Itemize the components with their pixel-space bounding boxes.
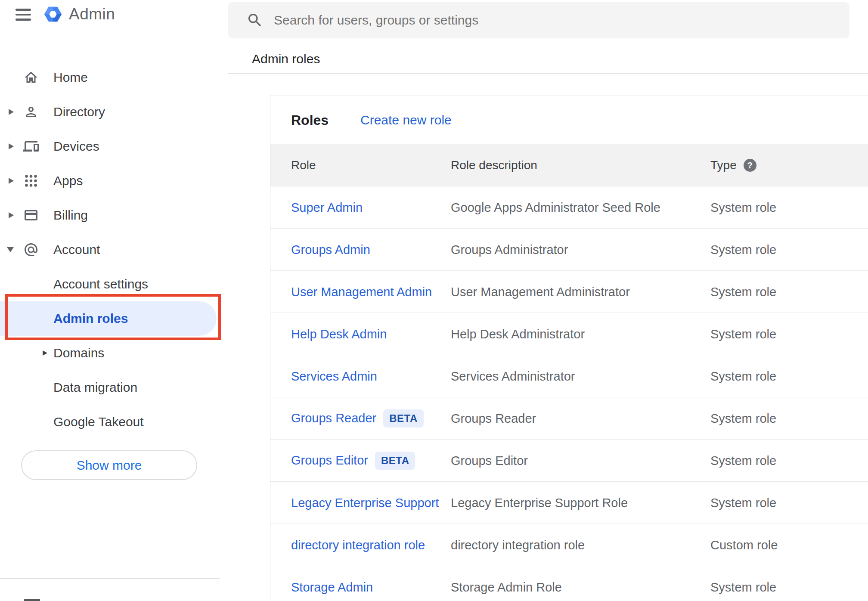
- role-description: Groups Editor: [451, 453, 528, 468]
- admin-logo[interactable]: Admin: [43, 4, 115, 24]
- table-row: Storage Admin Storage Admin Role System …: [270, 566, 868, 601]
- table-row: Groups Admin Groups Administrator System…: [270, 229, 868, 271]
- roles-panel: Roles Create new role Role Role descript…: [270, 96, 868, 601]
- chevron-right-icon: [9, 178, 14, 184]
- chevron-right-icon: [9, 109, 14, 115]
- role-link[interactable]: Storage Admin: [291, 580, 373, 594]
- sidebar-nav: Home Directory Devices: [0, 60, 220, 439]
- sidebar-item-label: Devices: [53, 139, 99, 154]
- role-description: Google Apps Administrator Seed Role: [451, 200, 660, 214]
- sidebar-item-label: Account: [53, 242, 100, 257]
- search-bar[interactable]: [228, 2, 849, 38]
- sidebar-item-label: Account settings: [53, 277, 148, 291]
- at-sign-icon: [23, 242, 39, 257]
- role-type: System role: [710, 285, 776, 299]
- panel-title: Roles: [291, 112, 329, 128]
- table-row: Groups ReaderBETA Groups Reader System r…: [270, 397, 868, 440]
- role-description: User Management Administrator: [451, 285, 630, 299]
- sidebar: Admin Home Directory: [0, 0, 220, 601]
- chevron-right-icon: [9, 143, 14, 149]
- hamburger-menu-icon[interactable]: [16, 9, 31, 21]
- column-header-type: Type ?: [710, 158, 756, 172]
- cut-off-icon: [24, 599, 40, 601]
- apps-grid-icon: [23, 173, 39, 189]
- page-title: Admin roles: [252, 52, 320, 66]
- google-admin-console-screen: Admin Home Directory: [0, 0, 868, 601]
- chevron-right-icon: [43, 350, 47, 356]
- role-link[interactable]: Help Desk Admin: [291, 327, 387, 341]
- column-header-type-label: Type: [710, 158, 737, 172]
- divider: [0, 578, 220, 579]
- table-row: Legacy Enterprise Support Legacy Enterpr…: [270, 482, 868, 524]
- role-type: System role: [710, 369, 776, 383]
- sidebar-item-account-settings[interactable]: Account settings: [0, 267, 220, 301]
- sidebar-item-home[interactable]: Home: [0, 60, 220, 95]
- column-header-description: Role description: [451, 158, 537, 172]
- sidebar-item-label: Directory: [53, 105, 105, 119]
- sidebar-item-label: Google Takeout: [53, 415, 144, 429]
- role-link[interactable]: Groups Editor: [291, 453, 368, 468]
- role-link[interactable]: Groups Admin: [291, 242, 370, 257]
- role-description: Groups Reader: [451, 411, 536, 425]
- sidebar-item-billing[interactable]: Billing: [0, 198, 220, 232]
- chevron-right-icon: [9, 212, 14, 218]
- table-row: directory integration role directory int…: [270, 524, 868, 566]
- role-type: System role: [710, 411, 776, 425]
- devices-icon: [23, 139, 39, 154]
- role-link[interactable]: Groups Reader: [291, 411, 376, 425]
- divider: [228, 73, 868, 74]
- table-row: Groups EditorBETA Groups Editor System r…: [270, 440, 868, 482]
- sidebar-item-label: Data migration: [53, 380, 137, 395]
- sidebar-item-label: Home: [53, 70, 88, 85]
- admin-hexagon-logo-icon: [43, 4, 63, 24]
- role-description: Storage Admin Role: [451, 580, 562, 594]
- sidebar-item-label: Admin roles: [53, 311, 128, 326]
- role-link[interactable]: Legacy Enterprise Support: [291, 496, 439, 510]
- credit-card-icon: [23, 208, 39, 223]
- role-type: System role: [710, 242, 776, 257]
- role-link[interactable]: User Management Admin: [291, 285, 432, 299]
- beta-badge: BETA: [375, 452, 415, 470]
- table-row: Help Desk Admin Help Desk Administrator …: [270, 313, 868, 355]
- table-row: Super Admin Google Apps Administrator Se…: [270, 186, 868, 229]
- sidebar-item-label: Apps: [53, 173, 83, 188]
- sidebar-item-domains[interactable]: Domains: [0, 336, 220, 370]
- role-type: System role: [710, 327, 776, 341]
- sidebar-item-apps[interactable]: Apps: [0, 164, 220, 198]
- role-description: Legacy Enterprise Support Role: [451, 496, 628, 510]
- roles-panel-header: Roles Create new role: [270, 96, 868, 144]
- sidebar-item-label: Billing: [53, 208, 88, 223]
- search-icon: [246, 12, 264, 29]
- table-row: User Management Admin User Management Ad…: [270, 271, 868, 313]
- sidebar-item-data-migration[interactable]: Data migration: [0, 370, 220, 405]
- role-link[interactable]: Services Admin: [291, 369, 377, 383]
- sidebar-item-account[interactable]: Account: [0, 232, 220, 267]
- role-type: System role: [710, 496, 776, 510]
- home-icon: [23, 70, 39, 85]
- beta-badge: BETA: [383, 409, 424, 428]
- sidebar-item-admin-roles[interactable]: Admin roles: [0, 301, 220, 336]
- role-description: Services Administrator: [451, 369, 575, 383]
- sidebar-item-label: Domains: [53, 346, 104, 360]
- role-description: directory integration role: [451, 538, 585, 552]
- sidebar-item-google-takeout[interactable]: Google Takeout: [0, 405, 220, 439]
- help-icon[interactable]: ?: [744, 159, 756, 172]
- role-description: Groups Administrator: [451, 242, 568, 257]
- role-type: Custom role: [710, 538, 778, 552]
- create-new-role-link[interactable]: Create new role: [360, 113, 452, 127]
- table-row: Services Admin Services Administrator Sy…: [270, 355, 868, 397]
- role-type: System role: [710, 580, 776, 594]
- search-input[interactable]: [274, 13, 849, 28]
- show-more-button[interactable]: Show more: [21, 450, 197, 480]
- role-type: System role: [710, 453, 776, 468]
- role-link[interactable]: Super Admin: [291, 200, 363, 214]
- sidebar-item-devices[interactable]: Devices: [0, 129, 220, 164]
- role-type: System role: [710, 200, 776, 214]
- role-description: Help Desk Administrator: [451, 327, 585, 341]
- role-link[interactable]: directory integration role: [291, 538, 425, 552]
- chevron-down-icon: [7, 247, 14, 252]
- sidebar-item-directory[interactable]: Directory: [0, 95, 220, 129]
- person-icon: [23, 104, 39, 120]
- brand-bar: Admin: [0, 0, 220, 30]
- app-title: Admin: [69, 5, 115, 23]
